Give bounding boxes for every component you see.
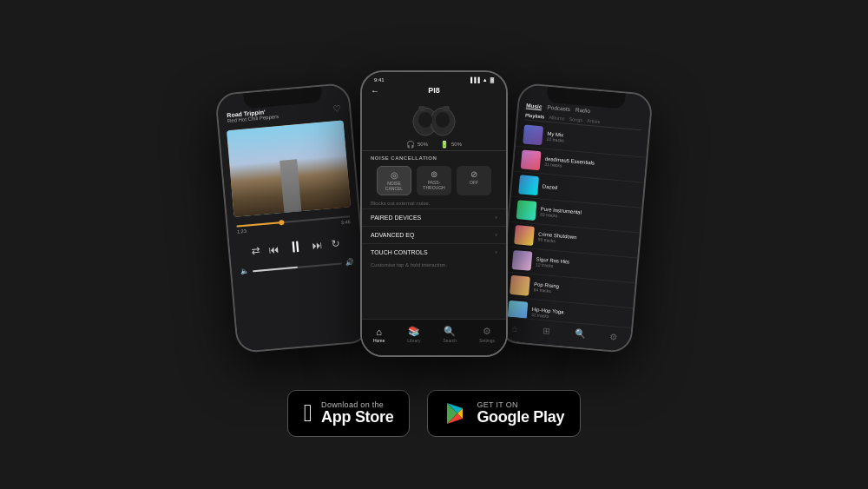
sub-songs[interactable]: Songs xyxy=(569,116,582,122)
volume-track[interactable] xyxy=(253,261,342,271)
battery-left-icon: 🎧 xyxy=(406,141,415,149)
playlist-thumb xyxy=(523,124,543,145)
tab-radio[interactable]: Radio xyxy=(575,106,591,114)
main-scene: Road Trippin' Red Hot Chili Peppers ♡ 1:… xyxy=(0,0,868,489)
app-store-text: Download on the App Store xyxy=(321,400,393,426)
library-icon: 📚 xyxy=(408,326,420,337)
phone-right: Music Podcasts Radio Playlists Albums So… xyxy=(496,82,654,353)
noise-cancellation-btn[interactable]: ◎ NOISECANCEL xyxy=(377,166,411,195)
battery-right-icon: 🔋 xyxy=(440,141,449,149)
like-icon[interactable]: ♡ xyxy=(332,102,341,113)
sub-artists[interactable]: Artists xyxy=(587,117,601,123)
touch-description: Customise tap & hold interaction. xyxy=(362,261,506,270)
time-total: 3:46 xyxy=(341,219,351,225)
time-current: 1:23 xyxy=(237,228,247,234)
progress-dot xyxy=(279,219,286,225)
playlist-info: Pure Instrumental83 tracks xyxy=(540,206,635,224)
app-store-main-label: App Store xyxy=(321,409,393,426)
google-play-button[interactable]: GET IT ON Google Play xyxy=(427,390,581,437)
advanced-eq-chevron: › xyxy=(495,231,497,239)
nc-icon: ◎ xyxy=(382,170,406,180)
wifi-icon: ▲ xyxy=(483,77,488,83)
search-label: Search xyxy=(443,338,457,343)
playlist-info: Sigur Ros Hits12 tracks xyxy=(536,256,630,274)
off-label: OFF xyxy=(461,180,487,185)
phone-left: Road Trippin' Red Hot Chili Peppers ♡ 1:… xyxy=(214,82,372,353)
pt-label: PASS-THROUGH xyxy=(421,180,447,190)
battery-right-pct: 50% xyxy=(451,142,462,147)
settings-icon: ⚙ xyxy=(483,326,491,337)
nav-search[interactable]: 🔍 Search xyxy=(443,326,457,343)
svg-point-2 xyxy=(418,112,432,128)
r-nav-search[interactable]: ⊞ xyxy=(542,326,550,336)
earbuds-container xyxy=(362,101,506,137)
center-header: ← PI8 xyxy=(362,84,506,99)
off-btn[interactable]: ⊘ OFF xyxy=(457,166,491,195)
touch-controls-label: TOUCH CONTROLS xyxy=(371,249,428,255)
playlist-thumb xyxy=(512,249,533,270)
nav-library[interactable]: 📚 Library xyxy=(407,326,420,343)
search-icon: 🔍 xyxy=(444,326,456,337)
playlist-thumb xyxy=(516,200,537,221)
status-time: 9:41 xyxy=(374,77,385,83)
svg-rect-4 xyxy=(418,106,425,111)
phone-center-screen: 9:41 ▐▐▐ ▲ ▓ ← PI8 xyxy=(362,72,506,355)
signal-icon: ▐▐▐ xyxy=(469,77,480,83)
playlist-info: My Mix22 tracks xyxy=(547,130,641,149)
status-icons: ▐▐▐ ▲ ▓ xyxy=(469,77,494,83)
apple-icon:  xyxy=(304,400,312,427)
shuffle-icon[interactable]: ⇄ xyxy=(251,243,260,256)
device-name: PI8 xyxy=(428,86,440,95)
battery-left-pct: 50% xyxy=(418,142,428,147)
r-nav-browse[interactable]: 🔍 xyxy=(574,328,585,339)
r-nav-home[interactable]: ⌂ xyxy=(512,323,518,333)
center-bottom-nav: ⌂ Home 📚 Library 🔍 Search ⚙ Settings xyxy=(362,319,506,355)
prev-icon[interactable]: ⏮ xyxy=(268,242,279,255)
paired-devices-row[interactable]: PAIRED DEVICES › xyxy=(362,208,506,226)
noise-buttons: ◎ NOISECANCEL ⊚ PASS-THROUGH ⊘ OFF xyxy=(362,162,506,199)
repeat-icon[interactable]: ↻ xyxy=(331,236,340,249)
google-play-icon xyxy=(444,401,468,426)
play-icon[interactable]: ⏸ xyxy=(287,237,305,256)
playlist-info: Dazed xyxy=(542,183,636,196)
earbuds-image xyxy=(408,101,460,137)
album-art xyxy=(227,120,351,216)
volume-max-icon: 🔊 xyxy=(345,258,354,267)
sub-albums[interactable]: Albums xyxy=(549,114,565,121)
tab-music[interactable]: Music xyxy=(526,102,542,110)
settings-label: Settings xyxy=(479,338,495,343)
back-icon[interactable]: ← xyxy=(371,86,379,96)
pt-icon: ⊚ xyxy=(421,169,447,179)
battery-row: 🎧 50% 🔋 50% xyxy=(362,139,506,150)
volume-fill xyxy=(253,266,297,271)
download-buttons:  Download on the App Store GET IT ON Go… xyxy=(287,390,581,437)
advanced-eq-label: ADVANCED EQ xyxy=(371,232,414,238)
earbuds-svg xyxy=(408,101,460,137)
google-play-main-label: Google Play xyxy=(477,409,564,426)
sub-playlists[interactable]: Playlists xyxy=(525,112,545,119)
r-nav-settings[interactable]: ⚙ xyxy=(609,332,618,342)
volume-icon: 🔈 xyxy=(240,267,250,275)
pass-through-btn[interactable]: ⊚ PASS-THROUGH xyxy=(417,166,451,195)
battery-status-icon: ▓ xyxy=(490,77,494,83)
phones-container: Road Trippin' Red Hot Chili Peppers ♡ 1:… xyxy=(208,62,660,374)
playlist-info: Crime Shutdown59 tracks xyxy=(537,231,632,249)
phone-center: 9:41 ▐▐▐ ▲ ▓ ← PI8 xyxy=(360,70,508,357)
library-label: Library xyxy=(407,338,420,343)
advanced-eq-row[interactable]: ADVANCED EQ › xyxy=(362,226,506,243)
nav-home[interactable]: ⌂ Home xyxy=(373,327,385,343)
svg-rect-5 xyxy=(443,106,450,111)
app-store-button[interactable]:  Download on the App Store xyxy=(287,390,411,437)
nav-settings[interactable]: ⚙ Settings xyxy=(479,326,495,343)
next-icon[interactable]: ⏭ xyxy=(312,238,323,251)
noise-description: Blocks out external noise. xyxy=(362,199,506,208)
playlist-info: Pop Rising84 tracks xyxy=(533,281,628,300)
phone-left-screen: Road Trippin' Red Hot Chili Peppers ♡ 1:… xyxy=(216,83,369,351)
svg-point-3 xyxy=(436,112,450,128)
phone-right-screen: Music Podcasts Radio Playlists Albums So… xyxy=(498,83,651,351)
home-icon: ⌂ xyxy=(376,327,382,337)
touch-controls-row[interactable]: TOUCH CONTROLS › xyxy=(362,243,506,261)
nc-label: NOISECANCEL xyxy=(382,181,406,191)
tab-podcasts[interactable]: Podcasts xyxy=(547,103,570,112)
paired-devices-chevron: › xyxy=(495,214,497,221)
